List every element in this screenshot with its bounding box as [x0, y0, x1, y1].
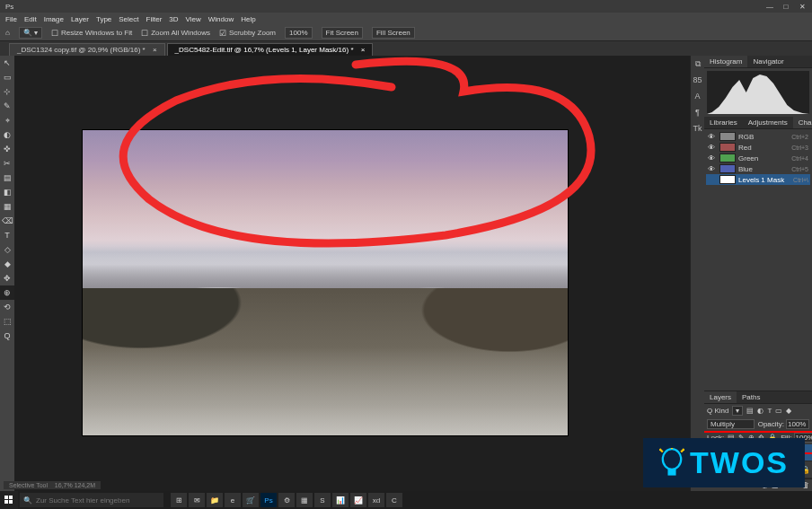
zoom-100-button[interactable]: 100%	[285, 27, 312, 39]
panel-icon[interactable]: 85	[693, 75, 703, 86]
taskbar-app[interactable]: e	[225, 493, 241, 507]
taskbar-app[interactable]: 📊	[332, 493, 349, 507]
tool-move[interactable]: ↖	[0, 56, 14, 70]
taskbar-app[interactable]: 📈	[350, 493, 366, 507]
channel-row[interactable]: 👁 RGB Ctrl+2	[706, 131, 810, 142]
opacity-input[interactable]	[786, 419, 809, 429]
taskbar-app[interactable]: ⊞	[171, 493, 187, 507]
tab-navigator[interactable]: Navigator	[747, 56, 789, 67]
taskbar-app[interactable]: S	[314, 493, 331, 507]
tab-libraries[interactable]: Libraries	[704, 117, 743, 128]
tab-layers[interactable]: Layers	[704, 391, 737, 403]
tab-adjustments[interactable]: Adjustments	[743, 117, 793, 128]
lightbulb-icon	[659, 448, 684, 478]
home-icon[interactable]: ⌂	[5, 29, 10, 37]
visibility-icon[interactable]: 👁	[708, 133, 717, 141]
close-tab-icon[interactable]: ×	[153, 46, 157, 54]
taskbar-app[interactable]: ✉	[189, 493, 205, 507]
maximize-button[interactable]: □	[781, 3, 790, 11]
channel-label: Levels 1 Mask	[738, 176, 790, 184]
menu-layer[interactable]: Layer	[71, 15, 89, 23]
menu-select[interactable]: Select	[119, 15, 138, 23]
taskbar-app[interactable]: ⚙	[278, 493, 295, 507]
tool-crop[interactable]: ⌖	[0, 113, 14, 127]
channel-row[interactable]: 👁 Blue Ctrl+5	[706, 163, 810, 174]
tool-eyedropper[interactable]: ◐	[0, 127, 14, 142]
filter-shape-icon[interactable]: ▭	[775, 407, 782, 415]
taskbar-app[interactable]: ▦	[296, 493, 313, 507]
menu-3d[interactable]: 3D	[169, 15, 178, 23]
close-button[interactable]: ✕	[798, 3, 807, 11]
menu-image[interactable]: Image	[44, 15, 64, 23]
tool-heal[interactable]: ✜	[0, 142, 14, 156]
channel-row[interactable]: 👁 Green Ctrl+4	[706, 153, 810, 163]
menu-filter[interactable]: Filter	[146, 15, 163, 23]
taskbar-app[interactable]: 🛒	[243, 493, 259, 507]
tab-paths[interactable]: Paths	[737, 391, 765, 403]
close-tab-icon[interactable]: ×	[361, 46, 366, 54]
fill-screen-button[interactable]: Fill Screen	[372, 27, 415, 39]
menu-edit[interactable]: Edit	[24, 15, 37, 23]
tool-brush[interactable]: ✂	[0, 156, 14, 171]
tool-history-brush[interactable]: ◧	[0, 185, 14, 199]
scrubby-zoom-checkbox[interactable]: Scrubby Zoom	[219, 29, 276, 38]
status-zoom-size: 16,7% 124,2M	[55, 482, 95, 488]
tool-gradient[interactable]: ⌫	[0, 214, 14, 228]
visibility-icon[interactable]: 👁	[708, 165, 717, 173]
filter-smart-icon[interactable]: ◆	[786, 407, 791, 415]
taskbar-app[interactable]: Ps	[260, 493, 277, 507]
tab-channels[interactable]: Channels	[793, 117, 812, 128]
channel-row-mask[interactable]: Levels 1 Mask Ctrl+\	[706, 174, 810, 185]
filter-pixels-icon[interactable]: ▤	[746, 407, 754, 415]
taskbar-app[interactable]: 📁	[207, 493, 223, 507]
menu-help[interactable]: Help	[241, 15, 255, 23]
tool-pen[interactable]: ◇	[0, 242, 14, 257]
tool-edit-toolbar[interactable]: ⬚	[0, 314, 14, 329]
filter-adjust-icon[interactable]: ◐	[757, 407, 763, 415]
taskbar-search[interactable]: 🔍	[20, 493, 163, 507]
channel-shortcut: Ctrl+5	[791, 166, 808, 172]
filter-type-icon[interactable]: T	[767, 407, 772, 415]
start-button[interactable]	[0, 491, 18, 509]
panel-icon[interactable]: Tk	[693, 124, 703, 135]
tool-quickmask[interactable]: Q	[0, 329, 14, 343]
tool-type[interactable]: T	[0, 228, 14, 242]
tool-hand[interactable]: ✥	[0, 271, 14, 285]
tool-lasso[interactable]: ⊹	[0, 84, 14, 99]
fit-screen-button[interactable]: Fit Screen	[322, 27, 363, 39]
search-input[interactable]	[36, 496, 160, 505]
canvas[interactable]	[14, 56, 690, 491]
tool-wand[interactable]: ✎	[0, 99, 14, 113]
tool-shape[interactable]: ◆	[0, 257, 14, 271]
minimize-button[interactable]: —	[765, 3, 774, 11]
resize-windows-checkbox[interactable]: Resize Windows to Fit	[51, 29, 132, 38]
tool-eraser[interactable]: ▦	[0, 199, 14, 214]
menu-view[interactable]: View	[186, 15, 201, 23]
tool-zoom[interactable]: ⊕	[0, 285, 14, 300]
tool-rotate[interactable]: ⟲	[0, 300, 14, 314]
visibility-icon[interactable]: 👁	[708, 144, 717, 152]
zoom-all-checkbox[interactable]: Zoom All Windows	[141, 29, 210, 38]
document-tab[interactable]: _DSC5482-Edit.tif @ 16,7% (Levels 1, Lay…	[167, 43, 374, 56]
visibility-icon[interactable]: 👁	[708, 154, 717, 162]
tool-stamp[interactable]: ▤	[0, 171, 14, 185]
kind-dropdown[interactable]: ▾	[732, 406, 743, 416]
menu-type[interactable]: Type	[96, 15, 111, 23]
histogram-tabs: Histogram Navigator	[704, 56, 812, 68]
channel-row[interactable]: 👁 Red Ctrl+3	[706, 142, 810, 153]
panel-icon[interactable]: ¶	[693, 108, 703, 118]
svg-rect-1	[667, 469, 675, 475]
menu-file[interactable]: File	[5, 15, 17, 23]
tool-marquee[interactable]: ▭	[0, 70, 14, 84]
blend-mode-dropdown[interactable]: Multiply	[707, 419, 755, 429]
taskbar-app[interactable]: xd	[368, 493, 384, 507]
tab-histogram[interactable]: Histogram	[704, 56, 747, 67]
channels-list: 👁 RGB Ctrl+2 👁 Red Ctrl+3 👁 Green Ctrl+4…	[704, 129, 812, 187]
taskbar-app[interactable]: C	[386, 493, 402, 507]
document-tab[interactable]: _DSC1324 copy.tif @ 20,9% (RGB/16) * ×	[9, 43, 165, 56]
channel-label: RGB	[738, 133, 789, 141]
panel-icon[interactable]: ⧉	[693, 59, 703, 70]
menu-window[interactable]: Window	[208, 15, 234, 23]
panel-icon[interactable]: A	[693, 92, 703, 102]
zoom-tool-dropdown[interactable]: 🔍 ▾	[19, 27, 42, 39]
